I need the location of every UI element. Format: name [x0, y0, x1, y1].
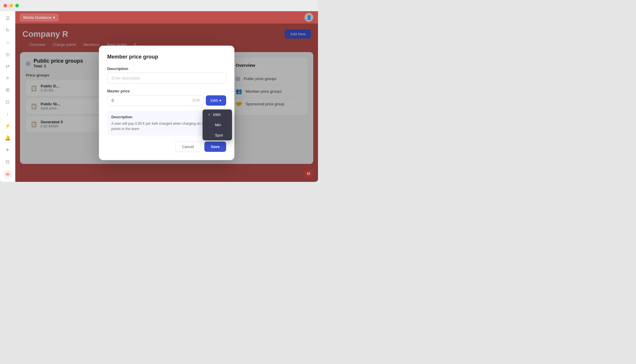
header-bar: Monta Guidance ▾ 👤	[15, 11, 318, 24]
dropdown-item-spot[interactable]: Spot	[203, 130, 232, 140]
page-area: Company R Overview Charge points Members…	[15, 24, 318, 182]
unit-dropdown-button[interactable]: kWh ▾	[206, 95, 226, 106]
modal-title: Member price group	[107, 54, 226, 60]
master-price-row: EUR kWh ▾ ✓	[107, 95, 226, 106]
sidebar-icon-bell[interactable]: 🔔	[3, 134, 12, 142]
chevron-down-icon: ▾	[53, 15, 55, 20]
avatar-icon: 👤	[307, 15, 312, 20]
save-button[interactable]: Save	[204, 142, 226, 152]
sidebar-icon-download[interactable]: ↓	[3, 110, 12, 118]
unit-label: kWh	[211, 98, 218, 103]
sidebar-bottom: GI	[4, 170, 12, 178]
dropdown-item-kwh[interactable]: ✓ kWh	[203, 109, 232, 120]
master-price-input[interactable]	[107, 95, 203, 106]
header-avatar[interactable]: 👤	[304, 13, 313, 22]
description-input[interactable]	[107, 73, 226, 84]
description-label: Description	[107, 67, 226, 71]
workspace-label: Monta Guidance	[23, 15, 51, 20]
modal-dialog: Member price group Description Master pr…	[99, 46, 234, 160]
modal-footer: Cancel Save	[107, 142, 226, 152]
dropdown-label-min: Min	[215, 123, 221, 127]
traffic-light-red[interactable]	[4, 4, 7, 7]
traffic-light-green[interactable]	[15, 4, 19, 7]
sidebar-icon-refresh[interactable]: ↻	[3, 27, 12, 34]
unit-dropdown-menu: ✓ kWh Min Spot	[203, 109, 232, 140]
sidebar-icon-transfer[interactable]: ⇄	[3, 62, 12, 70]
modal-overlay: Member price group Description Master pr…	[15, 24, 318, 182]
unit-dropdown: kWh ▾ ✓ kWh	[206, 95, 226, 106]
dropdown-label-spot: Spot	[215, 133, 223, 137]
workspace-dropdown[interactable]: Monta Guidance ▾	[20, 14, 58, 21]
chevron-icon: ▾	[219, 98, 221, 103]
traffic-light-yellow[interactable]	[9, 4, 13, 7]
browser-chrome	[0, 0, 318, 11]
sidebar-icon-list[interactable]: ≡	[3, 74, 12, 82]
sidebar-icon-send[interactable]: ✈	[3, 146, 12, 154]
main-content: Monta Guidance ▾ 👤 Company R Overview Ch…	[15, 11, 318, 182]
sidebar: ☰ ↻ ⌂ ◎ ⇄ ≡ ⊞ ⊡ ↓ ⚡ 🔔 ✈ ⊟ GI	[0, 11, 15, 182]
sidebar-icon-gift[interactable]: ⊞	[3, 87, 12, 94]
sidebar-icon-menu[interactable]: ☰	[3, 15, 12, 22]
master-price-label: Master price	[107, 89, 226, 93]
sidebar-icon-bolt[interactable]: ⚡	[3, 122, 12, 129]
sidebar-icon-location[interactable]: ◎	[3, 51, 12, 58]
cancel-button[interactable]: Cancel	[175, 142, 201, 152]
sidebar-icon-home[interactable]: ⌂	[3, 39, 12, 46]
sidebar-icon-grid[interactable]: ⊡	[3, 98, 12, 106]
dropdown-item-min[interactable]: Min	[203, 120, 232, 130]
price-input-wrapper: EUR	[107, 95, 203, 106]
dropdown-label-kwh: kWh	[213, 112, 221, 117]
app-container: ☰ ↻ ⌂ ◎ ⇄ ≡ ⊞ ⊡ ↓ ⚡ 🔔 ✈ ⊟ GI Monta Guida…	[0, 11, 318, 182]
check-icon-kwh: ✓	[208, 112, 211, 117]
sidebar-icon-table[interactable]: ⊟	[3, 158, 12, 165]
sidebar-icon-user-label[interactable]: GI	[4, 170, 12, 178]
currency-label: EUR	[193, 98, 200, 102]
